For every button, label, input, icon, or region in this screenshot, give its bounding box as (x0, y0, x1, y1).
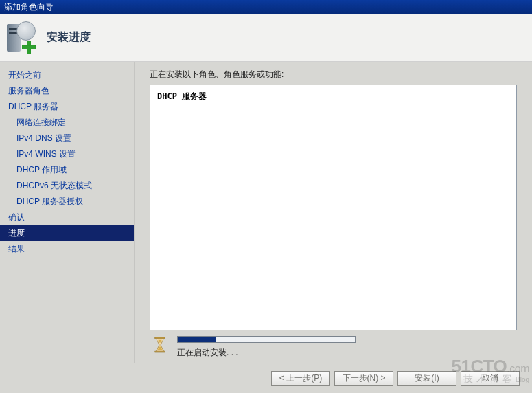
progress-area: 正在启动安装. . . (150, 336, 517, 359)
sidebar-item-results[interactable]: 结果 (0, 241, 134, 257)
sidebar-item-before-begin[interactable]: 开始之前 (0, 67, 134, 83)
sidebar-item-progress[interactable]: 进度 (0, 225, 134, 241)
previous-button[interactable]: < 上一步(P) (271, 371, 330, 386)
window-title: 添加角色向导 (4, 2, 54, 12)
sidebar-item-dhcp-authorize[interactable]: DHCP 服务器授权 (0, 194, 134, 210)
role-list-item: DHCP 服务器 (157, 89, 509, 104)
role-list-box: DHCP 服务器 (150, 85, 517, 330)
window-titlebar: 添加角色向导 (0, 0, 532, 14)
sidebar-item-dhcp-server[interactable]: DHCP 服务器 (0, 99, 134, 115)
hourglass-icon (152, 336, 167, 354)
install-progress-fill (178, 337, 216, 342)
wizard-body: 开始之前 服务器角色 DHCP 服务器 网络连接绑定 IPv4 DNS 设置 I… (0, 62, 532, 363)
installing-label: 正在安装以下角色、角色服务或功能: (150, 69, 517, 80)
install-status-text: 正在启动安装. . . (177, 347, 517, 359)
wizard-button-bar: < 上一步(P) 下一步(N) > 安装(I) 取消 (0, 363, 532, 393)
next-button[interactable]: 下一步(N) > (334, 371, 393, 386)
install-progress-bar (177, 336, 356, 343)
sidebar-item-ipv4-wins[interactable]: IPv4 WINS 设置 (0, 146, 134, 162)
sidebar-item-server-roles[interactable]: 服务器角色 (0, 83, 134, 99)
sidebar-item-dhcpv6-stateless[interactable]: DHCPv6 无状态模式 (0, 178, 134, 194)
page-title: 安装进度 (47, 30, 91, 45)
install-button[interactable]: 安装(I) (397, 371, 456, 386)
wizard-steps-sidebar: 开始之前 服务器角色 DHCP 服务器 网络连接绑定 IPv4 DNS 设置 I… (0, 62, 135, 363)
server-plus-icon (7, 21, 34, 54)
wizard-header: 安装进度 (0, 14, 532, 62)
cancel-button[interactable]: 取消 (461, 371, 520, 386)
sidebar-item-ipv4-dns[interactable]: IPv4 DNS 设置 (0, 131, 134, 146)
sidebar-item-dhcp-scope[interactable]: DHCP 作用域 (0, 162, 134, 178)
sidebar-item-confirm[interactable]: 确认 (0, 210, 134, 225)
main-panel: 正在安装以下角色、角色服务或功能: DHCP 服务器 正在启动安装. . . (135, 62, 532, 363)
sidebar-item-network-binding[interactable]: 网络连接绑定 (0, 115, 134, 131)
